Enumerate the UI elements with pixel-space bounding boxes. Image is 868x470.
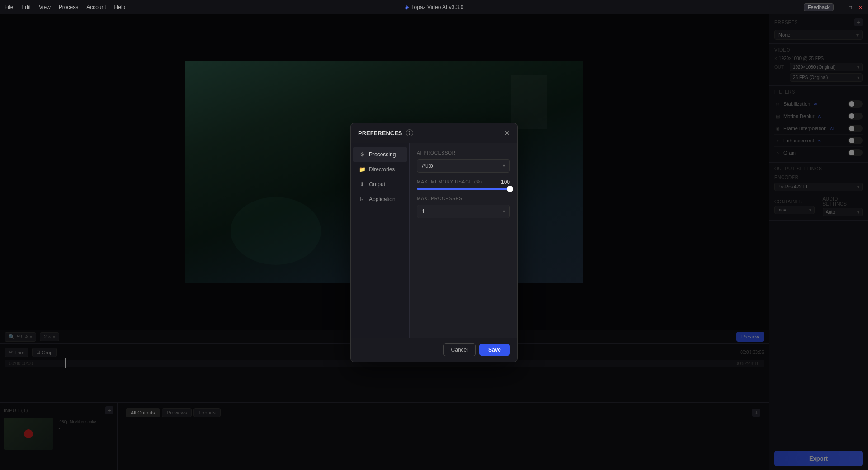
ai-processor-dropdown[interactable]: Auto ▾ <box>417 159 510 173</box>
nav-output[interactable]: ⬇ Output <box>353 177 407 192</box>
application-nav-label: Application <box>369 196 396 202</box>
menu-file[interactable]: File <box>5 4 13 10</box>
memory-slider-track[interactable] <box>417 188 510 190</box>
processing-nav-icon: ⚙ <box>359 151 365 158</box>
modal-overlay: PREFERENCES ? ✕ ⚙ Processing 📁 Directori… <box>0 14 868 470</box>
processes-dropdown[interactable]: 1 ▾ <box>417 205 510 218</box>
ai-processor-chevron: ▾ <box>503 163 505 168</box>
nav-processing[interactable]: ⚙ Processing <box>353 147 407 162</box>
preferences-modal: PREFERENCES ? ✕ ⚙ Processing 📁 Directori… <box>350 123 518 362</box>
ai-processor-label: AI PROCESSOR <box>417 150 510 155</box>
window-controls: Feedback — □ ✕ <box>804 3 863 11</box>
directories-nav-icon: 📁 <box>359 166 365 173</box>
modal-header: PREFERENCES ? ✕ <box>351 123 517 143</box>
output-nav-icon: ⬇ <box>359 181 365 188</box>
modal-footer: Cancel Save <box>351 338 517 362</box>
memory-slider-fill <box>417 188 510 190</box>
menu-process[interactable]: Process <box>59 4 78 10</box>
menu-help[interactable]: Help <box>114 4 126 10</box>
processes-value: 1 <box>422 208 425 215</box>
memory-label: MAX. MEMORY USAGE (%) <box>417 179 482 184</box>
menu-edit[interactable]: Edit <box>21 4 31 10</box>
processing-nav-label: Processing <box>369 151 396 158</box>
nav-directories[interactable]: 📁 Directories <box>353 162 407 177</box>
app-logo: ◈ <box>405 4 409 10</box>
modal-title: PREFERENCES ? <box>358 129 413 136</box>
save-button[interactable]: Save <box>479 344 510 356</box>
processes-chevron: ▾ <box>503 209 505 214</box>
help-icon[interactable]: ? <box>406 129 413 136</box>
memory-value: 100 <box>501 179 510 185</box>
close-button[interactable]: ✕ <box>857 4 863 10</box>
preferences-title-text: PREFERENCES <box>358 130 402 136</box>
ai-processor-value: Auto <box>422 163 433 169</box>
modal-body: ⚙ Processing 📁 Directories ⬇ Output ☑ Ap… <box>351 143 517 338</box>
menu-view[interactable]: View <box>39 4 51 10</box>
modal-close-button[interactable]: ✕ <box>504 129 510 137</box>
nav-application[interactable]: ☑ Application <box>353 192 407 207</box>
maximize-button[interactable]: □ <box>847 4 854 10</box>
minimize-button[interactable]: — <box>837 4 844 10</box>
processes-label: MAX. PROCESSES <box>417 196 510 201</box>
memory-slider-thumb[interactable] <box>507 186 513 192</box>
cancel-button[interactable]: Cancel <box>443 343 476 356</box>
app-title: Topaz Video AI v3.3.0 <box>411 4 464 10</box>
menu-bar: File Edit View Process Account Help <box>5 4 125 10</box>
output-nav-label: Output <box>369 181 385 188</box>
menu-account[interactable]: Account <box>86 4 106 10</box>
modal-sidebar: ⚙ Processing 📁 Directories ⬇ Output ☑ Ap… <box>351 143 410 338</box>
modal-content: AI PROCESSOR Auto ▾ MAX. MEMORY USAGE (%… <box>410 143 517 338</box>
memory-slider-row: MAX. MEMORY USAGE (%) 100 <box>417 179 510 190</box>
title-bar: File Edit View Process Account Help ◈ To… <box>0 0 868 14</box>
directories-nav-label: Directories <box>369 166 395 173</box>
application-nav-icon: ☑ <box>359 196 365 202</box>
feedback-button[interactable]: Feedback <box>804 3 834 11</box>
memory-header: MAX. MEMORY USAGE (%) 100 <box>417 179 510 185</box>
app-title-area: ◈ Topaz Video AI v3.3.0 <box>405 4 464 10</box>
